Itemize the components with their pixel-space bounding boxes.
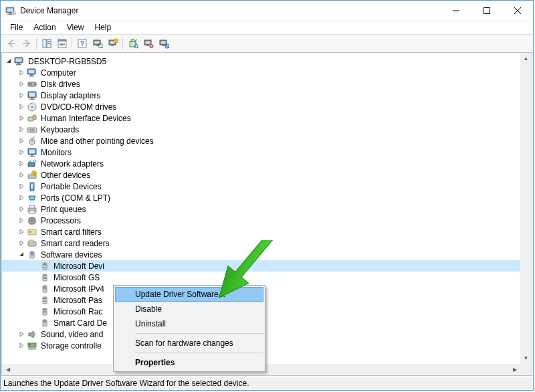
tree-category[interactable]: Mice and other pointing devices	[2, 135, 520, 146]
tree-root[interactable]: DESKTOP-RGB5SD5	[2, 56, 520, 67]
toolbar-scan-hardware-button[interactable]	[90, 36, 105, 51]
tree-device[interactable]: Microsoft GS	[2, 272, 520, 283]
toolbar-back-button[interactable]	[3, 36, 19, 51]
expand-icon[interactable]	[17, 114, 25, 122]
menu-action[interactable]: Action	[28, 21, 61, 34]
tree-category-label: Portable Devices	[39, 182, 103, 191]
category-icon	[27, 215, 37, 226]
tree-category[interactable]: Network adapters	[2, 158, 520, 169]
expand-icon[interactable]	[17, 126, 25, 134]
expand-icon[interactable]	[17, 330, 25, 338]
toolbar-properties-button[interactable]	[54, 36, 70, 51]
svg-rect-112	[43, 312, 46, 313]
toolbar-forward-button[interactable]	[19, 36, 34, 51]
category-icon	[27, 329, 37, 340]
client-area: DESKTOP-RGB5SD5 ComputerDisk drivesDispl…	[1, 52, 532, 376]
expand-icon[interactable]	[17, 69, 25, 77]
scroll-up-icon[interactable]: ▲	[520, 53, 532, 64]
menu-file[interactable]: File	[5, 21, 28, 34]
collapse-icon[interactable]	[5, 58, 13, 66]
minimize-button[interactable]	[441, 1, 471, 21]
expand-icon[interactable]	[17, 205, 25, 213]
expand-icon[interactable]	[17, 80, 25, 88]
tree-category[interactable]: Processors	[2, 215, 520, 226]
collapse-icon[interactable]	[17, 251, 25, 259]
category-icon	[27, 193, 37, 203]
context-menu-uninstall[interactable]: Uninstall	[115, 316, 263, 331]
svg-rect-55	[29, 128, 30, 130]
svg-rect-91	[31, 254, 33, 255]
context-menu-separator	[135, 333, 263, 334]
toolbar-disable-button[interactable]	[156, 36, 171, 51]
svg-point-68	[33, 160, 36, 163]
expand-icon[interactable]	[17, 137, 25, 145]
tree-category[interactable]: Software devices	[2, 249, 520, 260]
expand-icon[interactable]	[17, 194, 25, 202]
svg-point-79	[32, 198, 33, 199]
tree-category[interactable]: Keyboards	[2, 124, 520, 135]
toolbar-add-legacy-button[interactable]	[105, 36, 120, 51]
menu-help[interactable]: Help	[90, 21, 117, 34]
expand-icon[interactable]	[17, 160, 25, 168]
tree-root-label: DESKTOP-RGB5SD5	[27, 57, 108, 66]
expand-icon[interactable]	[17, 217, 25, 225]
tree-category[interactable]: DVD/CD-ROM drives	[2, 101, 520, 112]
svg-rect-36	[16, 58, 22, 62]
context-menu-scan-hardware[interactable]: Scan for hardware changes	[115, 336, 263, 351]
device-icon	[39, 306, 50, 317]
tree-category[interactable]: Disk drives	[2, 78, 520, 90]
expand-icon[interactable]	[17, 92, 25, 100]
expand-icon[interactable]	[17, 103, 25, 111]
context-menu-disable[interactable]: Disable	[115, 302, 263, 316]
svg-rect-59	[29, 130, 35, 132]
expand-icon[interactable]	[17, 342, 25, 350]
scroll-left-icon[interactable]: ◀	[2, 364, 13, 375]
tree-category[interactable]: Display adapters	[2, 90, 520, 101]
svg-rect-88	[29, 240, 33, 243]
close-button[interactable]	[502, 1, 533, 21]
context-menu-properties[interactable]: Properties	[115, 355, 263, 370]
svg-rect-116	[43, 324, 46, 324]
svg-text:?: ?	[33, 171, 35, 175]
tree-device[interactable]: Microsoft Devi	[2, 260, 520, 272]
svg-point-77	[33, 197, 33, 197]
category-icon	[27, 124, 37, 135]
tree-category[interactable]: Smart card readers	[2, 237, 520, 249]
tree-category[interactable]: ?Other devices	[2, 169, 520, 181]
svg-rect-26	[131, 39, 134, 41]
svg-rect-45	[29, 83, 32, 85]
tree-device-label: Microsoft Devi	[52, 262, 106, 271]
tree-category[interactable]: Smart card filters	[2, 226, 520, 237]
svg-rect-9	[47, 43, 50, 44]
scroll-right-icon[interactable]: ▶	[509, 364, 520, 375]
context-menu-update-driver[interactable]: Update Driver Software...	[115, 287, 263, 302]
svg-rect-100	[43, 278, 46, 279]
toolbar-help-button[interactable]: ?	[74, 36, 90, 51]
expand-icon[interactable]	[17, 149, 25, 157]
menu-view[interactable]: View	[62, 21, 90, 34]
tree-category-label: Keyboards	[39, 125, 80, 134]
tree-category[interactable]: Human Interface Devices	[2, 112, 520, 124]
maximize-button[interactable]	[471, 1, 502, 21]
tree-category[interactable]: Ports (COM & LPT)	[2, 192, 520, 203]
expand-icon[interactable]	[17, 228, 25, 236]
tree-category[interactable]: Computer	[2, 67, 520, 78]
tree-category[interactable]: Portable Devices	[2, 181, 520, 192]
tree-category-label: Disk drives	[39, 80, 82, 89]
category-icon	[27, 90, 37, 101]
vertical-scrollbar[interactable]: ▲ ▼	[520, 53, 532, 364]
tree-category[interactable]: Print queues	[2, 203, 520, 215]
svg-point-78	[31, 198, 31, 199]
toolbar-show-hide-button[interactable]	[39, 36, 54, 51]
toolbar-uninstall-button[interactable]	[140, 36, 156, 51]
expand-icon[interactable]	[17, 171, 25, 179]
scroll-down-icon[interactable]: ▼	[520, 353, 532, 364]
svg-point-44	[34, 84, 35, 85]
tree-category[interactable]: Monitors	[2, 146, 520, 158]
svg-rect-95	[43, 266, 46, 266]
svg-rect-38	[16, 64, 21, 66]
tree-device-label: Microsoft IPv4	[52, 284, 106, 294]
toolbar-update-driver-button[interactable]	[125, 36, 140, 51]
expand-icon[interactable]	[17, 239, 25, 248]
expand-icon[interactable]	[17, 183, 25, 191]
